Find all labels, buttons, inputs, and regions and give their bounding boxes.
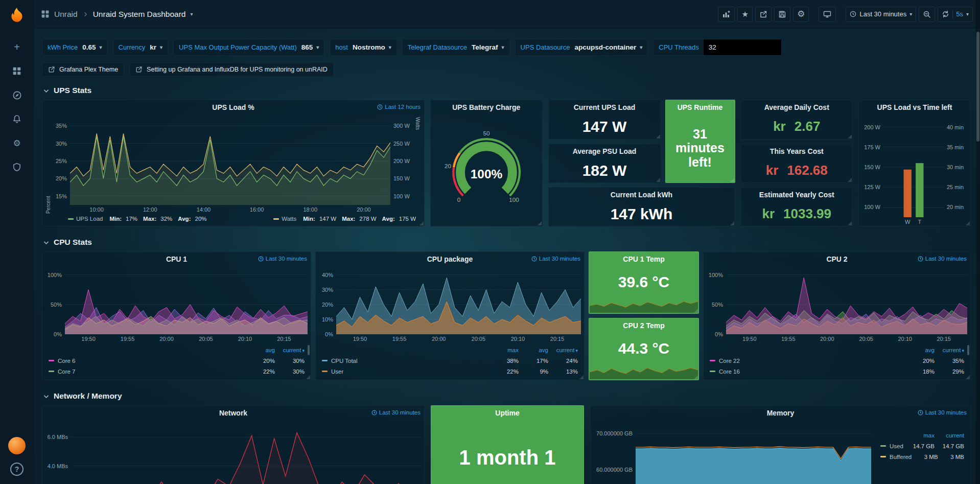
legend-row[interactable]: Core 1618%29% (710, 366, 964, 377)
panel-header[interactable]: UPS Runtime (666, 100, 735, 114)
row-toggle-ups-stats[interactable]: UPS Stats (43, 86, 971, 95)
variable-value-ups-max-output-power-capacity-watt[interactable]: 865▾ (301, 43, 319, 51)
legend-row[interactable]: Buffered3 MB3 MB (880, 451, 964, 462)
variable-value-telegraf-datasource[interactable]: Telegraf▾ (472, 43, 504, 51)
legend-row[interactable]: Core 722%30% (49, 366, 305, 377)
breadcrumb: Unraid Unraid System Dashboard ▾ (41, 10, 193, 19)
panel-header[interactable]: Network Last 30 minutes (42, 406, 424, 420)
panel-header[interactable]: Average Daily Cost (741, 100, 852, 114)
legend-sort-current[interactable]: current▾ (548, 347, 578, 353)
legend-scrollbar-thumb[interactable] (308, 345, 310, 355)
network-chart[interactable]: 2.0 MBs4.0 MBs6.0 MBs19:5019:5520:0020:0… (42, 420, 424, 484)
y-tick: 60.000000 GB (596, 467, 633, 473)
panel-header[interactable]: This Years Cost (741, 144, 852, 158)
panel-header[interactable]: Current UPS Load (549, 100, 661, 114)
variable-value-ups-datasource[interactable]: apcupsd-container▾ (574, 43, 642, 51)
dashboards-icon[interactable] (6, 61, 28, 81)
cpu1-chart[interactable]: 0%50%100%19:5019:5520:0020:0520:1020:15 (42, 266, 311, 343)
refresh-interval-label[interactable]: 5s (956, 10, 963, 18)
cycle-view-button[interactable] (819, 7, 836, 22)
legend-sort-avg[interactable]: avg (905, 347, 935, 353)
legend-sort-current[interactable]: current (935, 432, 964, 439)
panel-header[interactable]: Memory Last 30 minutes (591, 406, 970, 420)
ups-load-chart[interactable]: Percent15%20%25%30%35%10:0012:0014:0016:… (42, 114, 424, 214)
legend-sort-avg[interactable]: avg (519, 347, 548, 353)
panel-header[interactable]: Average PSU Load (549, 144, 661, 158)
panel-header[interactable]: Current Load kWh (549, 188, 735, 201)
legend-row[interactable]: Used14.7 GB14.7 GB (880, 441, 964, 451)
cpu1-legend: avgcurrent▾Core 620%30%Core 722%30% (42, 343, 311, 380)
panel-time-badge[interactable]: Last 30 minutes (531, 256, 580, 262)
clock-icon (258, 256, 264, 262)
chevron-down-icon[interactable]: ▾ (190, 11, 193, 17)
legend-row[interactable]: CPU Total38%17%24% (322, 355, 578, 366)
variable-value-kwh-price[interactable]: 0.65▾ (82, 43, 102, 51)
star-button[interactable]: ★ (737, 7, 753, 22)
legend-sort-current[interactable]: current▾ (275, 347, 305, 353)
panel-header[interactable]: CPU 1 Temp (589, 252, 698, 266)
variable-label: UPS Max Output Power Capacity (Watt) (179, 43, 297, 51)
panel-header[interactable]: Uptime (431, 406, 584, 420)
dashboard-link[interactable]: Setting up Grafana and InfluxDB for UPS … (129, 62, 334, 77)
help-icon[interactable]: ? (10, 463, 24, 476)
panel-header[interactable]: UPS Battery Charge (431, 100, 542, 114)
time-range-picker[interactable]: Last 30 minutes ▾ (846, 7, 916, 22)
panel-time-badge[interactable]: Last 30 minutes (258, 256, 307, 262)
legend-sort-max[interactable]: max (905, 432, 935, 439)
legend-header: maxcurrent (880, 430, 964, 441)
panel-header[interactable]: UPS Load % Last 12 hours (42, 100, 424, 114)
configuration-gear-icon[interactable]: ⚙ (6, 133, 28, 153)
cpu2-chart[interactable]: 0%50%100%19:5019:5520:0020:0520:1020:15 (704, 266, 970, 343)
panel-header[interactable]: CPU 2 Temp (589, 318, 698, 332)
variable-input-cpu-threads[interactable] (704, 39, 781, 55)
panel-time-badge[interactable]: Last 30 minutes (918, 409, 967, 416)
panel-header[interactable]: CPU 1 Last 30 minutes (42, 252, 311, 266)
legend-row[interactable]: Core 2220%35% (710, 355, 964, 366)
row-cpu-panels: CPU 1 Last 30 minutes 0%50%100%19:5019:5… (42, 251, 971, 380)
svg-text:50: 50 (483, 130, 490, 136)
zoom-out-button[interactable] (919, 7, 935, 22)
legend-item[interactable]: WattsMin:147 WMax:278 WAvg:175 W (273, 216, 416, 222)
legend-sort-current[interactable]: current▾ (935, 347, 964, 353)
user-avatar[interactable] (8, 437, 26, 454)
legend-row[interactable]: Core 620%30% (49, 355, 305, 366)
ups-load-vs-time-chart[interactable]: 100 W125 W150 W175 W200 WWT20 min25 min3… (859, 114, 970, 226)
stat-value: 182 W (582, 162, 627, 179)
legend-sort-avg[interactable]: avg (245, 347, 275, 353)
panel-header[interactable]: UPS Load vs Time left (859, 100, 970, 114)
legend-row[interactable]: User22%9%13% (322, 366, 578, 377)
panel-header[interactable]: CPU 2 Last 30 minutes (704, 252, 970, 266)
memory-chart[interactable]: 50.000000 GB60.000000 GB70.000000 GB19:5… (591, 420, 874, 484)
clock-icon (850, 11, 856, 17)
panel-time-badge[interactable]: Last 12 hours (377, 104, 421, 110)
panel-header[interactable]: CPU package Last 30 minutes (316, 252, 584, 266)
variable-value-host[interactable]: Nostromo▾ (353, 43, 391, 51)
alerting-bell-icon[interactable] (6, 109, 28, 129)
panel-time-badge[interactable]: Last 30 minutes (371, 409, 421, 416)
breadcrumb-folder[interactable]: Unraid (54, 10, 78, 19)
refresh-button[interactable]: 5s ▾ (938, 7, 973, 22)
legend-sort-max[interactable]: max (489, 347, 519, 353)
cpu-package-chart[interactable]: 0%10%20%30%40%19:5019:5520:0020:0520:102… (316, 266, 584, 343)
legend-item[interactable]: UPS LoadMin:17%Max:32%Avg:20% (68, 216, 207, 222)
page-scrollbar[interactable] (976, 0, 980, 484)
explore-icon[interactable] (6, 85, 28, 105)
dashboard-link[interactable]: Grafana Plex Theme (42, 62, 124, 77)
create-icon[interactable]: + (6, 37, 28, 57)
panel-header[interactable]: Estimated Yearly Cost (741, 188, 852, 201)
scrollbar-thumb[interactable] (976, 32, 979, 142)
add-panel-button[interactable] (718, 7, 735, 22)
time-range-label: Last 30 minutes (859, 10, 906, 18)
panel-memory: Memory Last 30 minutes 50.000000 GB60.00… (590, 405, 971, 484)
server-admin-shield-icon[interactable] (6, 157, 28, 177)
panel-time-badge[interactable]: Last 30 minutes (918, 256, 967, 262)
page-title[interactable]: Unraid System Dashboard (93, 10, 186, 19)
save-button[interactable] (774, 7, 790, 22)
dashboard-settings-button[interactable]: ⚙ (793, 7, 809, 22)
variable-value-currency[interactable]: kr▾ (150, 43, 162, 51)
row-toggle-cpu-stats[interactable]: CPU Stats (43, 238, 971, 247)
share-button[interactable] (755, 7, 772, 22)
row-toggle-network-memory[interactable]: Network / Memory (43, 391, 971, 401)
legend-scrollbar-thumb[interactable] (967, 345, 969, 355)
grafana-logo-icon[interactable] (0, 0, 34, 30)
